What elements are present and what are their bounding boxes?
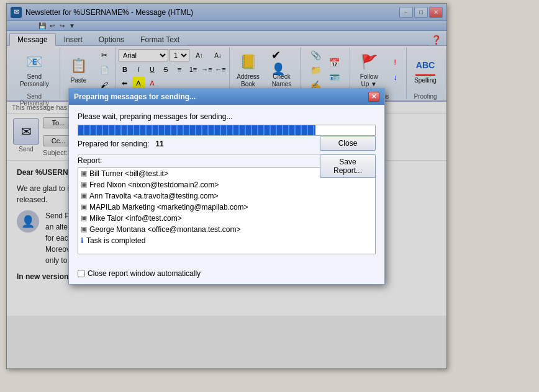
- task-completed-row: ℹ Task is completed: [78, 235, 375, 246]
- report-item-icon-4: ▣: [81, 214, 87, 222]
- prepared-count: 11: [155, 140, 163, 148]
- report-item-icon-3: ▣: [81, 203, 87, 211]
- report-item-3: ▣ MAPILab Marketing <marketing@mapilab.c…: [78, 202, 375, 213]
- modal-title-bar: Preparing messages for sending... ✕: [69, 89, 384, 105]
- report-item-text-3: MAPILab Marketing <marketing@mapilab.com…: [89, 203, 248, 212]
- main-window: ✉ Newsletter for %USERNAME% - Message (H…: [6, 3, 447, 369]
- modal-close-button[interactable]: ✕: [368, 92, 379, 102]
- modal-overlay: Preparing messages for sending... ✕ Plea…: [7, 4, 446, 368]
- report-item-icon-0: ▣: [81, 169, 87, 177]
- task-completed-icon: ℹ: [81, 236, 84, 245]
- auto-close-label: Close report window automatically: [88, 269, 201, 278]
- progress-bar-fill: [78, 125, 315, 135]
- close-dialog-button[interactable]: Close: [320, 136, 376, 151]
- report-item-1: ▣ Fred Nixon <nixon@testdomain2.com>: [78, 179, 375, 190]
- modal-action-buttons: Close Save Report...: [320, 136, 376, 178]
- modal-footer: Close report window automatically: [69, 267, 384, 284]
- report-item-text-1: Fred Nixon <nixon@testdomain2.com>: [89, 180, 219, 189]
- auto-close-checkbox-container: Close report window automatically: [78, 269, 201, 278]
- report-list[interactable]: ▣ Bill Turner <bill@test.it> ▣ Fred Nixo…: [78, 167, 376, 254]
- report-item-text-5: George Montana <office@montana.test.com>: [89, 225, 240, 234]
- preparing-dialog: Preparing messages for sending... ✕ Plea…: [68, 88, 385, 285]
- report-item-text-0: Bill Turner <bill@test.it>: [89, 169, 168, 178]
- report-item-4: ▣ Mike Talor <info@test.com>: [78, 213, 375, 224]
- task-completed-text: Task is completed: [86, 236, 145, 245]
- report-item-icon-1: ▣: [81, 180, 87, 189]
- report-item-text-2: Ann Travolta <a.travolta@testing.com>: [89, 192, 219, 200]
- modal-body: Please wait, preparing messages for send…: [69, 105, 384, 267]
- report-item-text-4: Mike Talor <info@test.com>: [89, 214, 182, 223]
- report-item-5: ▣ George Montana <office@montana.test.co…: [78, 224, 375, 235]
- modal-status-text: Please wait, preparing messages for send…: [78, 112, 376, 121]
- report-item-icon-2: ▣: [81, 192, 87, 200]
- prepared-label: Prepared for sending:: [78, 140, 149, 148]
- modal-title-text: Preparing messages for sending...: [74, 92, 368, 101]
- report-item-icon-5: ▣: [81, 225, 87, 233]
- progress-bar-container: [78, 125, 376, 136]
- save-report-button[interactable]: Save Report...: [320, 154, 376, 178]
- auto-close-checkbox[interactable]: [78, 270, 85, 277]
- report-item-2: ▣ Ann Travolta <a.travolta@testing.com>: [78, 190, 375, 202]
